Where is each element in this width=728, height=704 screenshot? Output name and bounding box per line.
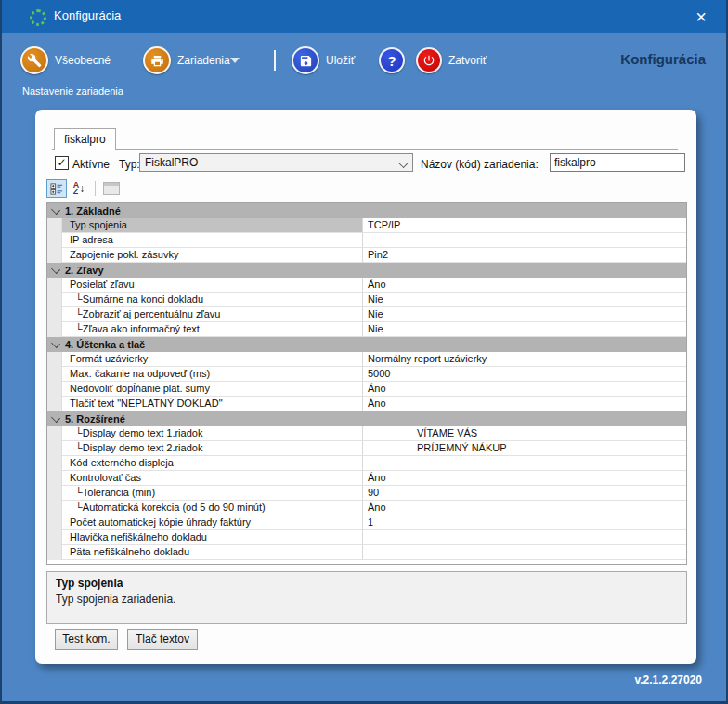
sort-alphabetical-button[interactable]: A Z ↓ <box>69 179 89 198</box>
help-button[interactable]: ? <box>379 47 405 73</box>
grid-property-row[interactable]: Počet automatickej kópie úhrady faktúry1 <box>47 515 686 530</box>
property-name[interactable]: └Display demo text 2.riadok <box>62 441 363 456</box>
categorized-view-button[interactable] <box>46 179 67 198</box>
property-value[interactable]: Áno <box>363 278 686 293</box>
property-value[interactable]: 5000 <box>363 367 686 382</box>
property-name[interactable]: Typ spojenia <box>62 218 363 233</box>
property-value[interactable]: Nie <box>363 293 686 307</box>
property-value[interactable]: Áno <box>363 397 686 411</box>
grid-property-row[interactable]: └Sumárne na konci dokladuNie <box>47 293 686 307</box>
property-name[interactable]: └Tolerancia (min) <box>62 486 363 501</box>
grid-gutter <box>47 471 62 486</box>
property-value[interactable]: TCP/IP <box>363 218 686 233</box>
property-value[interactable]: 1 <box>363 515 686 530</box>
property-name[interactable]: └Zľava ako informačný text <box>62 322 363 337</box>
printer-icon <box>143 46 171 74</box>
title-bar: Konfigurácia × <box>2 0 726 33</box>
property-name[interactable]: Formát uzávierky <box>62 352 363 367</box>
property-pages-button[interactable] <box>101 179 122 198</box>
property-name[interactable]: Hlavička nefiškálneho dokladu <box>62 530 363 545</box>
grid-property-row[interactable]: Typ spojeniaTCP/IP <box>47 218 686 233</box>
property-value[interactable]: 90 <box>363 486 686 501</box>
property-description-panel: Typ spojenia Typ spojenia zariadenia. <box>46 571 687 624</box>
type-label: Typ: <box>119 158 140 171</box>
window-close-icon[interactable]: × <box>687 4 715 30</box>
grid-category-row[interactable]: 2. Zľavy <box>47 263 686 278</box>
devices-dropdown-icon[interactable] <box>230 58 240 63</box>
device-type-select[interactable]: FiskalPRO <box>139 153 413 172</box>
grid-property-row[interactable]: Max. čakanie na odpoveď (ms)5000 <box>47 367 686 382</box>
grid-property-row[interactable]: └Zobraziť aj percentuálnu zľavuNie <box>47 307 686 322</box>
property-name[interactable]: Zapojenie pokl. zásuvky <box>62 248 363 263</box>
general-button[interactable]: Všeobecné <box>20 46 110 74</box>
active-checkbox[interactable]: ✓ <box>55 156 69 170</box>
grid-property-row[interactable]: Kontrolovať časÁno <box>47 471 686 486</box>
property-value[interactable] <box>363 456 686 471</box>
property-name[interactable]: IP adresa <box>62 233 363 248</box>
property-name[interactable]: Kód externého displeja <box>62 456 363 471</box>
toolbar-separator <box>274 50 276 71</box>
grid-property-row[interactable]: IP adresa <box>47 233 686 248</box>
devices-button[interactable]: Zariadenia <box>143 46 230 74</box>
collapse-chevron-icon[interactable] <box>51 265 60 274</box>
grid-property-row[interactable]: └Display demo text 1.riadokVÍTAME VÁS <box>47 426 686 441</box>
property-value[interactable]: Nie <box>363 307 686 322</box>
grid-category-row[interactable]: 5. Rozšírené <box>47 411 686 426</box>
grid-property-row[interactable]: Tlačiť text "NEPLATNÝ DOKLAD"Áno <box>47 397 686 411</box>
property-name[interactable]: Počet automatickej kópie úhrady faktúry <box>62 515 363 530</box>
property-name[interactable]: Tlačiť text "NEPLATNÝ DOKLAD" <box>62 397 363 411</box>
grid-property-row[interactable]: Hlavička nefiškálneho dokladu <box>47 530 686 545</box>
save-button[interactable]: Uložiť <box>292 46 355 74</box>
grid-property-row[interactable]: Päta nefiškálneho dokladu <box>47 545 686 560</box>
property-value[interactable]: Áno <box>363 382 686 397</box>
grid-toolbar-separator <box>95 181 96 196</box>
property-name[interactable]: └Zobraziť aj percentuálnu zľavu <box>62 307 363 322</box>
grid-gutter <box>47 352 62 367</box>
property-name[interactable]: └Sumárne na konci dokladu <box>62 293 363 307</box>
device-name-input[interactable]: fiskalpro <box>550 153 685 172</box>
grid-category-row[interactable]: 1. Základné <box>47 203 686 218</box>
close-window-button[interactable]: Zatvoriť <box>416 47 487 73</box>
grid-property-row[interactable]: Nedovoliť dopĺňanie plat. sumyÁno <box>47 382 686 397</box>
property-value[interactable]: Pin2 <box>363 248 686 263</box>
property-name[interactable]: └Automatická korekcia (od 5 do 90 minút) <box>62 501 363 515</box>
property-value[interactable]: Normálny report uzávierky <box>363 352 686 367</box>
power-icon <box>416 47 442 73</box>
property-value[interactable]: Nie <box>363 322 686 337</box>
category-label: 4. Účtenka a tlač <box>65 337 145 352</box>
property-name[interactable]: Päta nefiškálneho dokladu <box>62 545 363 560</box>
grid-property-row[interactable]: Kód externého displeja <box>47 456 686 471</box>
property-name[interactable]: Kontrolovať čas <box>62 471 363 486</box>
property-value[interactable] <box>363 545 686 560</box>
grid-property-row[interactable]: Formát uzávierkyNormálny report uzávierk… <box>47 352 686 367</box>
property-value[interactable] <box>363 530 686 545</box>
grid-property-row[interactable]: └Tolerancia (min)90 <box>47 486 686 501</box>
property-name[interactable]: └Display demo text 1.riadok <box>62 426 363 441</box>
collapse-chevron-icon[interactable] <box>51 413 60 423</box>
property-value[interactable]: PRÍJEMNÝ NÁKUP <box>363 441 686 456</box>
grid-gutter <box>47 441 62 456</box>
property-name[interactable]: Posielať zľavu <box>62 278 363 293</box>
grid-property-row[interactable]: Posielať zľavuÁno <box>47 278 686 293</box>
property-name[interactable]: Nedovoliť dopĺňanie plat. sumy <box>62 382 363 397</box>
print-texts-button[interactable]: Tlač textov <box>127 629 198 650</box>
grid-property-row[interactable]: └Automatická korekcia (od 5 do 90 minút)… <box>47 501 686 515</box>
property-value[interactable]: VÍTAME VÁS <box>363 426 686 441</box>
property-value[interactable] <box>363 233 686 248</box>
grid-property-row[interactable]: └Display demo text 2.riadokPRÍJEMNÝ NÁKU… <box>47 441 686 456</box>
tab-fiskalpro[interactable]: fiskalpro <box>54 128 116 150</box>
grid-property-row[interactable]: Zapojenie pokl. zásuvkyPin2 <box>47 248 686 263</box>
test-communication-button[interactable]: Test kom. <box>55 629 118 650</box>
grid-gutter <box>47 293 62 307</box>
grid-gutter <box>47 278 62 293</box>
grid-property-row[interactable]: └Zľava ako informačný textNie <box>47 322 686 337</box>
category-label: 5. Rozšírené <box>65 411 125 426</box>
grid-gutter <box>47 501 62 515</box>
collapse-chevron-icon[interactable] <box>51 339 60 348</box>
property-value[interactable]: Áno <box>363 471 686 486</box>
property-value[interactable]: Áno <box>363 501 686 515</box>
property-name[interactable]: Max. čakanie na odpoveď (ms) <box>62 367 363 382</box>
collapse-chevron-icon[interactable] <box>51 205 60 215</box>
chevron-down-icon <box>398 159 408 168</box>
grid-category-row[interactable]: 4. Účtenka a tlač <box>47 337 686 352</box>
